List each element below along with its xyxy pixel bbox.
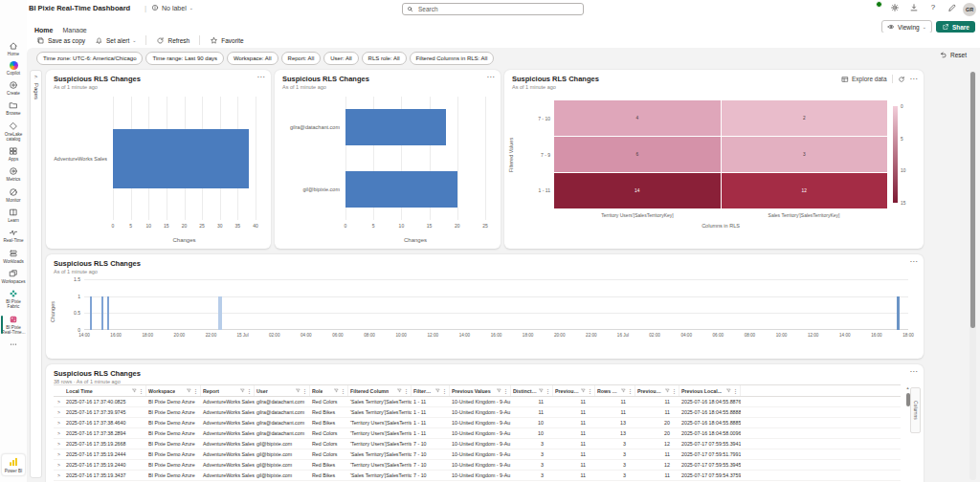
feedback-pencil-icon[interactable] <box>947 3 957 12</box>
toolbar-refresh-button[interactable]: Refresh <box>156 36 189 45</box>
expand-row-icon[interactable]: > <box>57 420 60 426</box>
column-menu-icon[interactable]: ⋮ <box>139 388 144 394</box>
expand-row-icon[interactable]: > <box>57 430 60 436</box>
expand-row-icon[interactable]: > <box>57 472 60 478</box>
toolbar-save-as-copy-button[interactable]: Save as copy <box>36 36 85 45</box>
filter-funnel-icon[interactable] <box>539 388 544 393</box>
column-header-distinct-count[interactable]: Distinct Count⋮ <box>511 385 553 396</box>
filter-funnel-icon[interactable] <box>132 388 137 393</box>
column-header-workspace[interactable]: Workspace⋮ <box>146 385 201 396</box>
more-options-icon[interactable]: ⋯ <box>910 369 919 375</box>
reset-filters-button[interactable]: Reset <box>940 48 967 61</box>
column-menu-icon[interactable]: ⋮ <box>628 388 633 394</box>
time-bar[interactable] <box>218 296 222 330</box>
filter-pill[interactable]: Filtered Columns in RLS: All <box>410 52 495 65</box>
filter-funnel-icon[interactable] <box>397 388 402 393</box>
viewing-mode-button[interactable]: Viewing ⌄ <box>881 20 932 33</box>
column-header-user[interactable]: User⋮ <box>255 385 310 396</box>
sidebar-item-apps[interactable]: Apps <box>0 144 27 164</box>
sidebar-item-monitor[interactable]: Monitor <box>0 185 27 205</box>
time-bar[interactable] <box>101 296 103 330</box>
filter-pill[interactable]: User: All <box>323 52 358 65</box>
column-menu-icon[interactable]: ⋮ <box>672 388 677 394</box>
table-row[interactable]: >2025-07-16 17:37:39.9745BI Pixie Demo A… <box>54 407 901 418</box>
time-bar[interactable] <box>90 296 92 330</box>
table-row[interactable]: >2025-07-16 17:37:38.2894BI Pixie Demo A… <box>54 428 901 439</box>
table-row[interactable]: >2025-07-16 17:35:19.3437BI Pixie Demo A… <box>54 471 901 481</box>
filter-pill[interactable]: Time range: Last 90 days <box>145 52 223 65</box>
filter-funnel-icon[interactable] <box>665 388 670 393</box>
heatmap-cell[interactable]: 3 <box>722 137 888 172</box>
global-search[interactable] <box>402 3 584 15</box>
filter-funnel-icon[interactable] <box>435 388 440 393</box>
time-series-chart[interactable]: 1.510.5014:0016:0018:0020:0022:0015 Jul0… <box>84 279 908 343</box>
sidebar-item-workloads[interactable]: Workloads <box>0 246 27 266</box>
column-header-previous-distin[interactable]: Previous Distin...⋮ <box>553 385 595 396</box>
sidebar-item-real-time[interactable]: Real-Time <box>0 226 27 246</box>
page-scrollbar-thumb[interactable] <box>970 72 975 328</box>
time-bar[interactable] <box>107 296 109 330</box>
filter-funnel-icon[interactable] <box>187 388 191 393</box>
column-header-previous-rows[interactable]: Previous Rows ...⋮ <box>635 385 679 396</box>
page-scrollbar[interactable] <box>969 72 976 480</box>
sidebar-item-copilot[interactable]: Copilot <box>0 58 27 77</box>
expand-row-icon[interactable]: > <box>57 399 60 405</box>
account-avatar[interactable]: GR <box>963 3 976 16</box>
column-header-report[interactable]: Report⋮ <box>201 385 255 396</box>
pages-panel-collapsed[interactable]: > Pages <box>30 70 42 478</box>
column-header-local-time[interactable]: Local Time⋮ <box>64 385 146 396</box>
heatmap-cell[interactable]: 2 <box>722 100 888 136</box>
sensitivity-label[interactable]: No label ⌄ <box>151 4 193 11</box>
toolbar-set-alert-button[interactable]: Set alert⌄ <box>95 36 136 45</box>
table-row[interactable]: >2025-07-16 17:35:19.2444BI Pixie Demo A… <box>54 449 901 460</box>
filter-pill[interactable]: Time zone: UTC-6: America/Chicago <box>36 52 143 65</box>
bar-chart-by-user[interactable]: 0510152025gilra@datachant.comgil@bipixie… <box>282 95 491 243</box>
bar-AdventureWorks-Sales[interactable] <box>113 129 249 188</box>
time-bar[interactable] <box>897 296 900 330</box>
help-icon[interactable]: ? <box>928 3 938 12</box>
column-header-role[interactable]: Role⋮ <box>310 385 348 396</box>
table-row[interactable]: >2025-07-16 17:37:40.0825BI Pixie Demo A… <box>54 397 901 407</box>
filter-funnel-icon[interactable] <box>726 388 731 393</box>
column-menu-icon[interactable]: ⋮ <box>341 388 345 394</box>
column-header-previous-local[interactable]: Previous Local...⋮ <box>679 385 741 396</box>
expand-row-icon[interactable]: > <box>57 441 60 447</box>
column-menu-icon[interactable]: ⋮ <box>193 388 198 394</box>
heatmap-cell[interactable]: 12 <box>722 173 888 208</box>
bar-gilra-datachant-com[interactable] <box>345 109 446 145</box>
more-options-icon[interactable]: ⋯ <box>910 77 919 82</box>
column-header-rows-filtered[interactable]: Rows Filtered⋮ <box>595 385 635 396</box>
column-menu-icon[interactable]: ⋮ <box>404 388 409 394</box>
table-row[interactable]: >2025-07-16 17:37:38.4640BI Pixie Demo A… <box>54 418 901 428</box>
expand-row-icon[interactable]: > <box>57 451 60 457</box>
sidebar-item-bi-pixie-real-time[interactable]: BI Pixie Real-Time... <box>0 312 27 338</box>
toolbar-favorite-button[interactable]: Favorite <box>210 36 243 45</box>
sidebar-item-browse[interactable]: Browse <box>0 99 27 119</box>
sidebar-item-onelake-catalog[interactable]: OneLake catalog <box>0 119 27 144</box>
table-row[interactable]: >2025-07-16 17:35:19.2440BI Pixie Demo A… <box>54 460 901 471</box>
more-options-icon[interactable]: ⋯ <box>910 259 919 265</box>
filter-pill[interactable]: Workspace: All <box>227 52 278 65</box>
product-switcher-power-bi[interactable]: Power BI <box>1 453 26 476</box>
filter-pill[interactable]: Report: All <box>281 52 322 65</box>
filter-funnel-icon[interactable] <box>581 388 586 393</box>
expand-row-icon[interactable]: > <box>57 462 60 468</box>
filter-funnel-icon[interactable] <box>296 388 301 393</box>
sidebar-item-create[interactable]: Create <box>0 78 27 99</box>
bar-chart-by-report[interactable]: 0510152025303540AdventureWorks SalesChan… <box>54 95 261 243</box>
scrollbar-thumb[interactable] <box>906 393 910 406</box>
sidebar-item-workspaces[interactable]: Workspaces <box>0 266 27 286</box>
filter-funnel-icon[interactable] <box>334 388 339 393</box>
sidebar-item-bi-pixie-fabric[interactable]: BI Pixie Fabric <box>0 287 27 313</box>
heatmap-cell[interactable]: 6 <box>554 137 721 172</box>
column-menu-icon[interactable]: ⋮ <box>247 388 252 394</box>
filter-funnel-icon[interactable] <box>240 388 245 393</box>
expand-pages-icon[interactable]: > <box>34 74 38 79</box>
more-options-icon[interactable]: ⋯ <box>257 75 266 80</box>
sidebar-item-learn[interactable]: Learn <box>0 206 27 226</box>
filter-funnel-icon[interactable] <box>497 388 501 393</box>
more-options-icon[interactable]: ⋯ <box>487 75 496 80</box>
settings-gear-icon[interactable] <box>890 3 900 12</box>
column-menu-icon[interactable]: ⋮ <box>588 388 592 394</box>
column-header-filtered-val[interactable]: Filtered Val...⋮ <box>412 385 450 396</box>
